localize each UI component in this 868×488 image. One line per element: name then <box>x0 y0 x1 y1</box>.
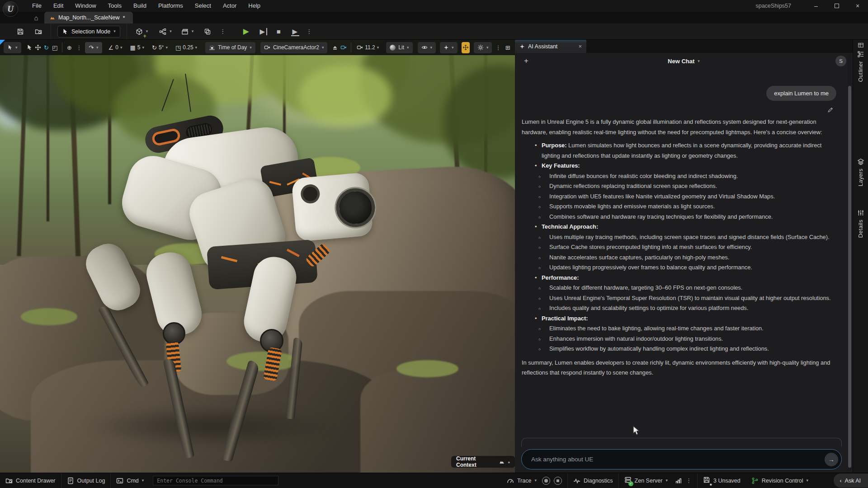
response-section: Performance:Scalable for different hardw… <box>522 273 836 314</box>
send-button[interactable]: → <box>825 453 838 466</box>
chevron-down-icon[interactable]: ▾ <box>192 29 194 33</box>
menu-file[interactable]: File <box>26 0 47 12</box>
chat-scrollbar[interactable] <box>848 54 852 471</box>
restore-button[interactable] <box>826 0 847 12</box>
unreal-editor-window: U File Edit Window Tools Build Platforms… <box>0 0 868 488</box>
revision-control-dropdown[interactable]: Revision Control ▾ <box>746 473 814 488</box>
eject-icon <box>332 44 338 51</box>
close-tab-icon[interactable]: × <box>578 43 582 50</box>
quad-view-button[interactable]: ⊞ <box>504 42 511 53</box>
pencil-icon[interactable] <box>827 107 834 113</box>
play-button[interactable]: ▶ <box>239 25 253 38</box>
tab-details[interactable]: Details <box>853 209 868 238</box>
cinematics-button[interactable] <box>178 25 192 38</box>
select-tool-button[interactable] <box>26 42 33 53</box>
visualize-dropdown[interactable]: ▾ <box>440 42 458 53</box>
menu-tools[interactable]: Tools <box>102 0 127 12</box>
menu-window[interactable]: Window <box>69 0 102 12</box>
chat-input[interactable] <box>522 456 825 463</box>
gear-icon <box>477 44 484 51</box>
menu-edit[interactable]: Edit <box>47 0 69 12</box>
chevron-down-icon[interactable]: ▾ <box>170 29 172 33</box>
eject-pilot-button[interactable] <box>331 42 339 53</box>
grass-tuft <box>396 360 458 377</box>
scale-snap-control[interactable]: ◳ 0.25 ▾ <box>173 44 199 51</box>
level-viewport[interactable]: ▾ ↻ ◰ ⊕ ⋮ ↷ ▾ ∠ 0 ▾ ▦ 5 ▾ ↻ <box>0 40 515 473</box>
content-browser-button[interactable] <box>32 25 45 38</box>
menu-select[interactable]: Select <box>189 0 217 12</box>
close-button[interactable]: × <box>847 0 868 12</box>
toolbar-overflow-menu[interactable]: ⋮ <box>218 28 227 35</box>
viewport-settings-dropdown[interactable]: ▾ <box>474 42 492 53</box>
selection-sync-toggle[interactable] <box>462 42 470 53</box>
save-icon <box>17 28 24 35</box>
add-actor-button[interactable]: + <box>132 25 146 38</box>
menu-platforms[interactable]: Platforms <box>152 0 189 12</box>
tab-outliner[interactable]: Outliner <box>853 51 868 82</box>
scrollbar-thumb[interactable] <box>848 86 851 468</box>
level-tab[interactable]: Map_North..._ScaleNew * <box>44 12 133 23</box>
pilot-camera-button[interactable] <box>340 42 347 53</box>
location-snap-value: 0 <box>115 44 118 51</box>
menu-help[interactable]: Help <box>242 0 266 12</box>
skip-frame-button[interactable]: ▶ <box>255 25 269 38</box>
show-flags-dropdown[interactable]: ▾ <box>418 42 436 53</box>
transform-options-menu[interactable]: ⋮ <box>74 44 84 51</box>
chat-title-dropdown[interactable]: New Chat ▾ <box>668 58 700 65</box>
minimize-button[interactable]: – <box>806 0 826 12</box>
zen-server-dropdown[interactable]: ✓ Zen Server ▾ <box>619 473 673 488</box>
camera-speed-icon <box>357 44 363 51</box>
menu-build[interactable]: Build <box>127 0 152 12</box>
grid-snap-control[interactable]: ▦ 5 ▾ <box>127 44 146 51</box>
launch-icon: ▶ <box>292 28 298 36</box>
world-local-toggle[interactable]: ⊕ <box>66 42 73 53</box>
unsaved-button[interactable]: ★ 3 Unsaved <box>698 473 746 488</box>
current-context-label: Current Context <box>456 455 496 468</box>
stop-button[interactable]: ■ <box>272 25 285 38</box>
user-avatar[interactable]: S <box>835 56 846 66</box>
editor-modes-button[interactable] <box>201 25 214 38</box>
response-bullet: Nanite accelerates surface captures, par… <box>542 253 836 263</box>
new-chat-button[interactable]: + <box>520 56 532 66</box>
menu-actor[interactable]: Actor <box>217 0 242 12</box>
rotation-snap-control[interactable]: ↻ 5° ▾ <box>150 44 170 51</box>
ask-ai-button[interactable]: ‹ Ask AI <box>834 474 868 488</box>
move-tool-button[interactable] <box>34 42 42 53</box>
home-button[interactable]: ⌂ <box>30 12 42 23</box>
camera-actor-dropdown[interactable]: CineCameraActor2 ▾ <box>260 42 328 53</box>
revision-control-label: Revision Control <box>762 478 803 484</box>
rotation-snap-value: 5° <box>159 44 164 51</box>
transform-tool-dropdown[interactable]: ▾ <box>4 42 21 53</box>
cmd-dropdown[interactable]: Cmd ▾ <box>111 473 149 488</box>
play-controls: ▶ ▶ ■ ▶ ⋮ <box>239 25 314 38</box>
save-button[interactable] <box>14 25 27 38</box>
tab-layers[interactable]: Layers <box>853 158 868 186</box>
current-context-pill[interactable]: Current Context ▴ <box>451 456 515 468</box>
location-snap-control[interactable]: ∠ 0 ▾ <box>106 44 125 51</box>
output-log-icon <box>67 477 74 484</box>
tab-ai-assistant[interactable]: AI Assistant × <box>515 40 586 53</box>
blueprints-button[interactable] <box>156 25 170 38</box>
view-mode-dropdown[interactable]: Lit ▾ <box>386 42 412 53</box>
unreal-logo[interactable]: U <box>3 1 18 17</box>
scale-tool-button[interactable]: ◰ <box>51 42 58 53</box>
trace-snapshot-button[interactable] <box>554 477 562 485</box>
console-command-input[interactable] <box>153 476 278 485</box>
launch-button[interactable]: ▶ <box>288 25 302 38</box>
camera-speed-control[interactable]: 11.2 ▾ <box>354 44 381 51</box>
content-drawer-button[interactable]: Content Drawer <box>0 473 61 488</box>
diagnostics-button[interactable]: Diagnostics <box>568 473 618 488</box>
play-options-menu[interactable]: ⋮ <box>304 28 314 35</box>
viewport-overflow-menu[interactable]: ⋮ <box>493 44 503 51</box>
trace-record-button[interactable] <box>542 477 550 485</box>
output-log-button[interactable]: Output Log <box>61 473 111 488</box>
trace-dropdown[interactable]: Trace ▾ <box>501 473 542 488</box>
chat-scroll-area[interactable]: explain Lumen to me Lumen in Unreal Engi… <box>515 69 845 445</box>
status-overflow-menu[interactable]: ⋮ <box>684 477 693 484</box>
surface-snapping-dropdown[interactable]: ↷ ▾ <box>85 42 102 53</box>
response-bullet: Uses multiple ray tracing methods, inclu… <box>542 232 836 243</box>
rotate-tool-button[interactable]: ↻ <box>43 42 50 53</box>
performance-button[interactable] <box>673 473 684 488</box>
time-of-day-dropdown[interactable]: Time of Day ▾ <box>205 42 255 53</box>
editor-mode-dropdown[interactable]: Selection Mode ▾ <box>57 26 120 38</box>
